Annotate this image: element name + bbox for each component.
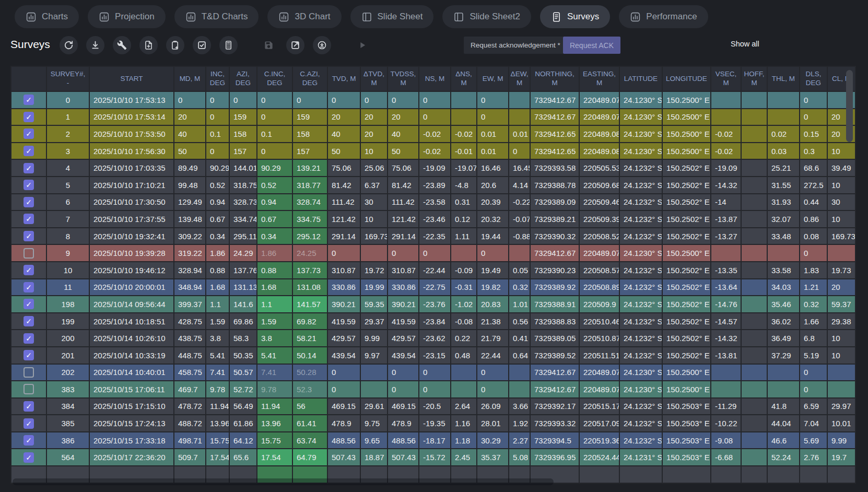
cell-start: 2025/10/15 17:33:18: [89, 432, 174, 449]
cell-tvdss: 111.42: [388, 194, 419, 211]
row-checkbox[interactable]: ✓: [24, 128, 34, 139]
cell-cazi: 50.14: [292, 347, 327, 364]
clipboard-add-button[interactable]: [166, 36, 184, 54]
cell-cl: 10: [827, 210, 855, 228]
tab-3d-chart[interactable]: 3D Chart: [267, 5, 341, 28]
cell-dls: [800, 466, 827, 483]
tab-performance[interactable]: Performance: [619, 5, 708, 28]
column-header-thl[interactable]: THL, M: [767, 66, 800, 91]
column-header-ew[interactable]: EW, M: [477, 66, 509, 91]
cell-dtvd: 20: [360, 109, 388, 126]
import-button[interactable]: [313, 36, 331, 54]
row-checkbox[interactable]: ✓: [24, 282, 34, 292]
column-header-vsec[interactable]: VSEC, M: [711, 66, 741, 91]
cell-dns: -4.8: [451, 177, 477, 194]
column-header-dns[interactable]: ΔNS, M: [451, 66, 477, 91]
column-header-tvdss[interactable]: TVDSS, M: [388, 66, 419, 91]
column-header-northing[interactable]: NORTHING, M: [530, 66, 579, 91]
row-checkbox[interactable]: ✓: [24, 435, 34, 446]
row-checkbox[interactable]: ✓: [24, 401, 34, 412]
cell-ew: 0.01: [477, 125, 509, 143]
column-header-dew[interactable]: ΔEW, M: [509, 66, 530, 91]
cell-dns: -0.08: [451, 313, 477, 330]
column-header-dls[interactable]: DLS, DEG: [800, 66, 827, 91]
cell-dls: 0.44: [800, 194, 827, 211]
row-checkbox[interactable]: ✓: [24, 333, 34, 344]
row-checkbox[interactable]: ✓: [24, 163, 34, 173]
cell-dns: -0.01: [451, 143, 477, 160]
select-all-button[interactable]: [193, 36, 211, 54]
tab-projection[interactable]: Projection: [88, 5, 166, 28]
cell-dls: 0.86: [800, 210, 827, 228]
row-checkbox[interactable]: ✓: [24, 299, 34, 309]
row-checkbox[interactable]: [24, 384, 34, 394]
tools-button[interactable]: [113, 36, 131, 54]
row-checkbox[interactable]: ✓: [24, 350, 34, 360]
cell-dls: 0: [800, 91, 827, 109]
cell-hoff: [741, 449, 767, 466]
request-ack-button[interactable]: Request ACK: [563, 37, 620, 54]
cell-lon: 150.2502° E: [662, 210, 711, 228]
cell-tvd: 121.42: [327, 210, 360, 228]
show-all-button[interactable]: Show all: [731, 40, 759, 48]
tab-t-d-charts[interactable]: T&D Charts: [174, 5, 259, 28]
row-checkbox[interactable]: ✓: [24, 146, 34, 156]
cell-start: 2025/10/15 17:24:13: [89, 415, 174, 432]
column-header-dtvd[interactable]: ΔTVD, M: [360, 66, 388, 91]
cell-dew: 16.45: [509, 159, 530, 177]
export-button[interactable]: [286, 36, 304, 54]
cell-vsec: -0.02: [711, 125, 741, 143]
table-row: ✓5642025/10/17 22:36:20509.717.5465.617.…: [11, 449, 855, 466]
cell-dns: [451, 244, 477, 262]
row-checkbox[interactable]: ✓: [24, 231, 34, 241]
cell-tvdss: 488.56: [388, 432, 419, 449]
tab-surveys[interactable]: Surveys: [540, 5, 610, 28]
download-button[interactable]: [86, 36, 104, 54]
cell-northing: 7329390.23: [530, 262, 579, 279]
column-header-azi[interactable]: AZI, DEG: [229, 66, 257, 91]
row-checkbox[interactable]: ✓: [24, 452, 34, 463]
tab-slide-sheet2[interactable]: Slide Sheet2: [442, 5, 531, 28]
column-header-inc[interactable]: INC, DEG: [206, 66, 229, 91]
column-header-cazi[interactable]: C.AZI, DEG: [292, 66, 327, 91]
column-header-lon[interactable]: LONGITUDE: [662, 66, 711, 91]
row-checkbox[interactable]: [24, 248, 34, 259]
request-ack-input[interactable]: Request acknowledgement *: [464, 37, 563, 54]
row-checkbox[interactable]: [24, 367, 34, 378]
horizontal-scrollbar-thumb[interactable]: [13, 478, 554, 485]
row-checkbox[interactable]: ✓: [24, 418, 34, 429]
play-icon: [357, 40, 367, 50]
tab-charts[interactable]: Charts: [15, 5, 79, 28]
column-header-lat[interactable]: LATITUDE: [619, 66, 662, 91]
cell-vsec: -6.68: [711, 449, 741, 466]
column-header-cinc[interactable]: C.INC, DEG: [257, 66, 292, 91]
column-header-tvd[interactable]: TVD, M: [327, 66, 360, 91]
column-header-md[interactable]: MD, M: [174, 66, 206, 91]
column-header-ns[interactable]: NS, M: [419, 66, 451, 91]
row-checkbox[interactable]: ✓: [24, 265, 34, 275]
vertical-scrollbar-thumb[interactable]: [846, 70, 853, 142]
tab-slide-sheet[interactable]: Slide Sheet: [350, 5, 434, 28]
cell-tvd: 330.86: [327, 279, 360, 296]
calculator-button[interactable]: [219, 36, 238, 54]
save-button[interactable]: [260, 36, 278, 54]
column-header-hoff[interactable]: HOFF, M: [741, 66, 767, 91]
add-survey-button[interactable]: [139, 36, 158, 54]
cell-ew: 19.44: [477, 228, 509, 245]
column-header-easting[interactable]: EASTING, M: [579, 66, 619, 91]
cell-cl: 29.38: [827, 313, 855, 330]
column-header-num[interactable]: SURVEY#, -: [46, 66, 89, 91]
row-checkbox[interactable]: ✓: [24, 316, 34, 326]
row-checkbox[interactable]: ✓: [24, 112, 34, 122]
cell-md: 399.37: [174, 296, 206, 313]
column-header-start[interactable]: START: [89, 66, 174, 91]
row-checkbox[interactable]: ✓: [24, 214, 34, 224]
row-checkbox[interactable]: ✓: [24, 180, 34, 190]
row-checkbox[interactable]: ✓: [24, 197, 34, 207]
cell-cinc: 0: [257, 109, 292, 126]
refresh-button[interactable]: [60, 36, 78, 54]
row-checkbox[interactable]: ✓: [24, 95, 34, 105]
cell-cinc: 17.54: [257, 449, 292, 466]
expand-button[interactable]: [353, 36, 371, 54]
cell-cazi: 137.73: [292, 262, 327, 279]
